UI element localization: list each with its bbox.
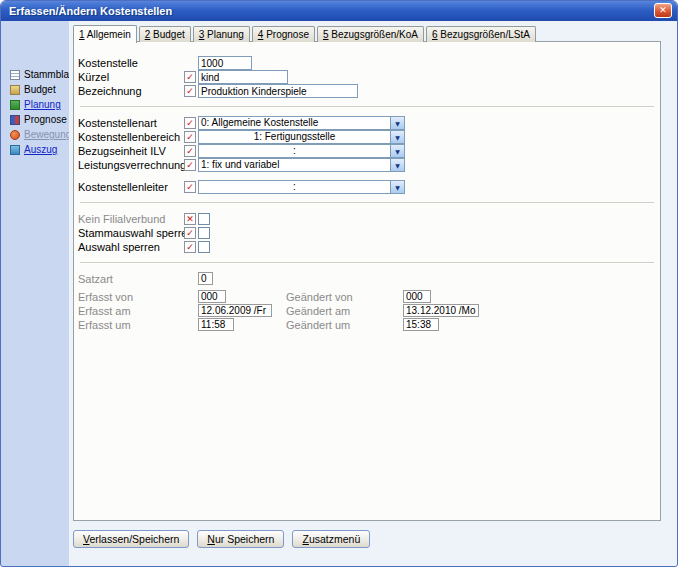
form-row-kein-filialverbund: Kein Filialverbund	[74, 212, 660, 226]
selected-value: :	[199, 181, 390, 193]
sidebar-item-label: Budget	[24, 84, 56, 95]
bezugseinheit-ilv-select[interactable]: :	[198, 144, 405, 158]
tab-bezugsgroessen-koa[interactable]: 5 Bezugsgrößen/KoA	[317, 26, 424, 42]
erfasst-am-value: 12.06.2009 /Fr	[198, 304, 272, 317]
form-row-erfasst-von: Erfasst von 000 Geändert von 000	[74, 290, 660, 304]
form-row-erfasst-um: Erfasst um 11:58 Geändert um 15:38	[74, 318, 660, 332]
kein-filialverbund-toggle[interactable]	[184, 213, 196, 225]
kein-filialverbund-checkbox[interactable]	[198, 213, 210, 225]
selected-value: 0: Allgemeine Kostenstelle	[199, 117, 390, 129]
forecast-icon	[10, 115, 20, 125]
tab-allgemein[interactable]: 1 Allgemein	[73, 25, 137, 43]
erfasst-von-value: 000	[198, 290, 226, 303]
sidebar-item-auszug[interactable]: Auszug	[1, 142, 69, 157]
stammauswahl-sperren-toggle[interactable]	[184, 227, 196, 239]
stammauswahl-sperren-checkbox[interactable]	[198, 227, 210, 239]
sidebar-item-budget[interactable]: Budget	[1, 82, 69, 97]
separator	[80, 262, 654, 264]
satzart-value: 0	[198, 272, 213, 285]
chevron-down-icon[interactable]	[390, 145, 404, 157]
close-button[interactable]: ✕	[654, 3, 672, 18]
verlassen-speichern-button[interactable]: Verlassen/Speichern	[73, 530, 189, 548]
form-row-bezugseinheit-ilv: Bezugseinheit ILV :	[74, 144, 660, 158]
selected-value: 1: fix und variabel	[199, 159, 390, 171]
selected-value: 1: Fertigungsstelle	[199, 131, 390, 143]
tab-strip: 1 Allgemein 2 Budget 3 Planung 4 Prognos…	[73, 25, 538, 42]
form-row-stammauswahl-sperren: Stammauswahl sperren	[74, 226, 660, 240]
movement-icon	[10, 130, 20, 140]
form-row-leistungsverrechnung: Leistungsverrechnung 1: fix und variabel	[74, 158, 660, 172]
form-row-auswahl-sperren: Auswahl sperren	[74, 240, 660, 254]
sidebar-item-bewegung[interactable]: Bewegung	[1, 127, 69, 142]
chevron-down-icon[interactable]	[390, 181, 404, 193]
bezeichnung-toggle[interactable]	[184, 85, 196, 97]
budget-icon	[10, 85, 20, 95]
geaendert-von-value: 000	[403, 290, 431, 303]
geaendert-um-label: Geändert um	[286, 319, 350, 331]
tab-bezugsgroessen-lsta[interactable]: 6 Bezugsgrößen/LStA	[426, 26, 536, 42]
form-row-satzart: Satzart 0	[74, 272, 660, 286]
auswahl-sperren-toggle[interactable]	[184, 241, 196, 253]
chevron-down-icon[interactable]	[390, 131, 404, 143]
spacer	[74, 172, 660, 180]
geaendert-am-value: 13.12.2010 /Mo	[403, 304, 479, 317]
geaendert-um-value: 15:38	[403, 318, 439, 331]
kostenstellenleiter-label: Kostenstellenleiter	[78, 181, 168, 193]
sidebar-item-planung[interactable]: Planung	[1, 97, 69, 112]
extract-icon	[10, 145, 20, 155]
bezugseinheit-ilv-toggle[interactable]	[184, 145, 196, 157]
chevron-down-icon[interactable]	[390, 117, 404, 129]
form-row-kostenstellenbereich: Kostenstellenbereich 1: Fertigungsstelle	[74, 130, 660, 144]
planning-icon	[10, 100, 20, 110]
app-window: Erfassen/Ändern Kostenstellen ✕ Stammbla…	[0, 0, 678, 567]
kostenstellenart-label: Kostenstellenart	[78, 117, 157, 129]
sidebar-item-label: Prognose	[24, 114, 67, 125]
stammauswahl-sperren-label: Stammauswahl sperren	[78, 227, 194, 239]
bezeichnung-label: Bezeichnung	[78, 85, 142, 97]
kostenstelle-input[interactable]	[198, 56, 252, 70]
form-row-kostenstellenart: Kostenstellenart 0: Allgemeine Kostenste…	[74, 116, 660, 130]
kuerzel-toggle[interactable]	[184, 71, 196, 83]
erfasst-von-label: Erfasst von	[78, 291, 133, 303]
window-titlebar[interactable]: Erfassen/Ändern Kostenstellen ✕	[1, 1, 677, 21]
erfasst-um-value: 11:58	[198, 318, 234, 331]
kuerzel-input[interactable]	[198, 70, 288, 84]
main-area: 1 Allgemein 2 Budget 3 Planung 4 Prognos…	[69, 21, 677, 566]
zusatzmenue-button[interactable]: Zusatzmenü	[292, 530, 370, 548]
form-row-erfasst-am: Erfasst am 12.06.2009 /Fr Geändert am 13…	[74, 304, 660, 318]
sheet-icon	[10, 70, 20, 80]
separator	[80, 106, 654, 108]
leistungsverrechnung-label: Leistungsverrechnung	[78, 159, 186, 171]
nur-speichern-button[interactable]: Nur Speichern	[197, 530, 284, 548]
form-row-kostenstellenleiter: Kostenstellenleiter :	[74, 180, 660, 194]
erfasst-am-label: Erfasst am	[78, 305, 131, 317]
form-row-kostenstelle: Kostenstelle	[74, 56, 660, 70]
kostenstellenbereich-select[interactable]: 1: Fertigungsstelle	[198, 130, 405, 144]
sidebar-item-label: Auszug	[24, 144, 57, 155]
kostenstellenleiter-toggle[interactable]	[184, 181, 196, 193]
geaendert-am-label: Geändert am	[286, 305, 350, 317]
kostenstellenbereich-toggle[interactable]	[184, 131, 196, 143]
separator	[80, 202, 654, 204]
window-body: Stammblatt Budget Planung Prognose Beweg…	[1, 21, 677, 566]
kostenstellenart-select[interactable]: 0: Allgemeine Kostenstelle	[198, 116, 405, 130]
auswahl-sperren-checkbox[interactable]	[198, 241, 210, 253]
form-row-kuerzel: Kürzel	[74, 70, 660, 84]
erfasst-um-label: Erfasst um	[78, 319, 131, 331]
kostenstellenleiter-select[interactable]: :	[198, 180, 405, 194]
window-title: Erfassen/Ändern Kostenstellen	[1, 1, 172, 21]
leistungsverrechnung-select[interactable]: 1: fix und variabel	[198, 158, 405, 172]
bezeichnung-input[interactable]	[198, 84, 358, 98]
tab-budget[interactable]: 2 Budget	[139, 26, 191, 42]
leistungsverrechnung-toggle[interactable]	[184, 159, 196, 171]
selected-value: :	[199, 145, 390, 157]
form: Kostenstelle Kürzel Bezeichnung	[74, 42, 660, 332]
tab-planung[interactable]: 3 Planung	[193, 26, 250, 42]
kostenstellenart-toggle[interactable]	[184, 117, 196, 129]
sidebar-item-stammblatt[interactable]: Stammblatt	[1, 67, 69, 82]
form-row-bezeichnung: Bezeichnung	[74, 84, 660, 98]
sidebar-item-prognose[interactable]: Prognose	[1, 112, 69, 127]
tab-prognose[interactable]: 4 Prognose	[252, 26, 315, 42]
chevron-down-icon[interactable]	[390, 159, 404, 171]
kostenstellenbereich-label: Kostenstellenbereich	[78, 131, 180, 143]
